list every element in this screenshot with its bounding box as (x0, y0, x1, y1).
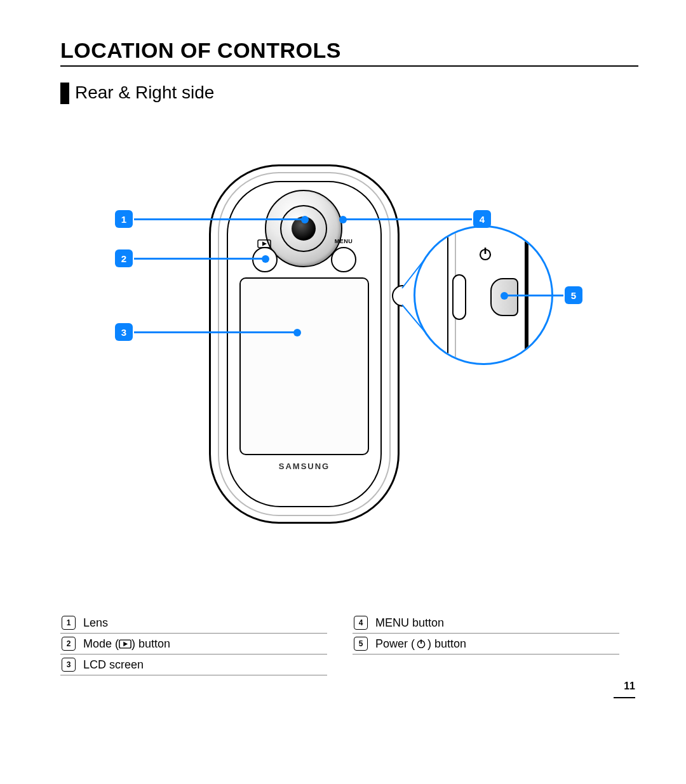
power-slot (452, 274, 466, 320)
play-rect-icon (119, 639, 131, 649)
title-rule (60, 65, 638, 67)
legend-text: LCD screen (83, 658, 144, 672)
callout-dot (501, 292, 508, 300)
callout-badge-5: 5 (565, 286, 582, 304)
page-number: 11 (624, 681, 635, 692)
legend-row: 3 LCD screen (60, 654, 327, 675)
callout-leader (344, 218, 472, 220)
callout-badge-2: 2 (115, 249, 133, 267)
legend-number: 3 (62, 658, 76, 672)
legend-text: MENU button (375, 616, 444, 630)
legend-text: Lens (83, 616, 108, 630)
brand-logo: SAMSUNG (239, 462, 369, 471)
controls-diagram: MENU SAMSUNG 1 2 (60, 149, 575, 555)
legend-number: 2 (62, 637, 76, 651)
legend-column-left: 1 Lens 2 Mode () button 3 LCD screen (60, 613, 327, 675)
callout-leader (505, 295, 563, 296)
page-subtitle: Rear & Right side (75, 83, 214, 103)
legend-number: 1 (62, 616, 76, 630)
manual-page: LOCATION OF CONTROLS Rear & Right side M… (0, 0, 686, 784)
page-title: LOCATION OF CONTROLS (60, 38, 341, 63)
svg-marker-5 (123, 641, 128, 646)
callout-leader (134, 218, 304, 220)
svg-marker-1 (262, 242, 267, 246)
legend-number: 5 (354, 637, 368, 651)
legend-row: 2 Mode () button (60, 634, 327, 654)
power-icon (478, 246, 493, 265)
lcd-screen (239, 277, 369, 455)
legend-text: Mode () button (83, 637, 170, 651)
legend-text: Power () button (375, 637, 466, 651)
callout-dot (293, 329, 301, 336)
callout-leader (134, 258, 265, 260)
callout-badge-1: 1 (115, 210, 133, 228)
legend-row: 4 MENU button (353, 613, 619, 634)
detail-frame (447, 225, 448, 365)
power-icon (415, 639, 427, 649)
callout-badge-4: 4 (473, 210, 491, 228)
legend-number: 4 (354, 616, 368, 630)
callout-dot (262, 255, 269, 263)
menu-button (331, 247, 356, 272)
legend-column-right: 4 MENU button 5 Power () button (353, 613, 619, 654)
callout-dot (301, 216, 309, 223)
legend-row: 5 Power () button (353, 634, 619, 654)
menu-label: MENU (331, 238, 356, 244)
callout-leader (134, 331, 297, 333)
subtitle-marker (60, 83, 69, 104)
callout-badge-3: 3 (115, 323, 133, 341)
callout-dot (339, 216, 347, 223)
page-number-rule (614, 697, 635, 698)
legend-row: 1 Lens (60, 613, 327, 634)
